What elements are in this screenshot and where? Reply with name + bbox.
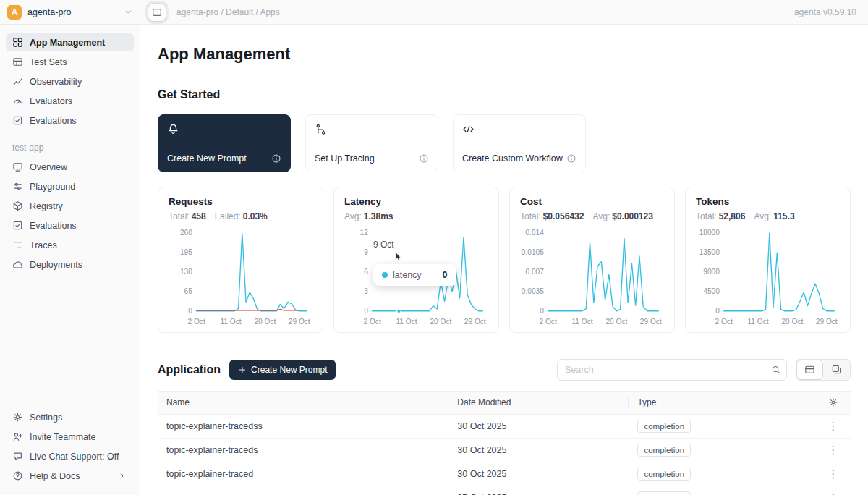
app-name[interactable]: topic-explainer-traced <box>158 469 448 479</box>
column-header-date-modified[interactable]: Date Modified <box>448 397 629 408</box>
row-actions[interactable]: ⋮ <box>816 491 851 495</box>
requests-chart[interactable]: 0651301952602 Oct11 Oct20 Oct29 Oct <box>169 224 312 329</box>
sidebar-item-deployments[interactable]: Deployments <box>6 255 134 274</box>
row-actions[interactable]: ⋮ <box>816 444 851 457</box>
workspace-avatar: A <box>7 5 22 20</box>
sidebar-item-live-chat-support[interactable]: Live Chat Support: Off <box>6 447 134 465</box>
sidebar-item-observability[interactable]: Observability <box>6 72 134 90</box>
svg-text:29 Oct: 29 Oct <box>464 318 486 326</box>
monitor-icon <box>12 161 23 172</box>
column-settings[interactable] <box>816 397 851 407</box>
info-icon[interactable] <box>419 153 429 164</box>
sidebar-item-settings[interactable]: Settings <box>6 408 134 426</box>
panel-left-icon <box>152 7 162 17</box>
sidebar-item-playground[interactable]: Playground <box>6 177 134 195</box>
info-icon[interactable] <box>271 153 281 164</box>
sidebar-item-help-docs[interactable]: Help & Docs <box>6 467 134 485</box>
card-label: Create Custom Workflow <box>462 153 563 164</box>
svg-text:2 Oct: 2 Oct <box>188 318 205 326</box>
svg-text:9: 9 <box>364 248 368 256</box>
sidebar-item-app-management[interactable]: App Management <box>6 33 134 51</box>
svg-text:11 Oct: 11 Oct <box>220 318 241 326</box>
svg-text:20 Oct: 20 Oct <box>605 318 627 326</box>
sidebar-item-test-sets[interactable]: Test Sets <box>6 53 134 71</box>
info-icon[interactable] <box>566 153 576 164</box>
card-view-button[interactable] <box>823 360 850 380</box>
svg-text:4500: 4500 <box>703 287 720 295</box>
workspace-selector[interactable]: A agenta-pro <box>0 5 140 20</box>
sidebar-item-app-evaluations[interactable]: Evaluations <box>6 216 134 234</box>
create-custom-workflow-card[interactable]: Create Custom Workflow <box>453 114 586 172</box>
cost-chart[interactable]: 00.00350.0070.01050.0142 Oct11 Oct20 Oct… <box>520 224 664 329</box>
sidebar-item-invite-teammate[interactable]: Invite Teammate <box>6 428 134 446</box>
svg-text:6: 6 <box>364 268 368 276</box>
tokens-chart[interactable]: 04500900013500180002 Oct11 Oct20 Oct29 O… <box>696 224 840 329</box>
kebab-menu-icon[interactable]: ⋮ <box>828 468 839 481</box>
sidebar-item-registry[interactable]: Registry <box>6 197 134 215</box>
plus-icon <box>238 365 247 374</box>
gauge-icon <box>12 96 23 106</box>
search-button[interactable] <box>765 360 786 380</box>
sidebar-item-label: Invite Teammate <box>30 432 95 442</box>
app-root: A agenta-pro agenta-pro / Default / Apps… <box>0 0 868 495</box>
column-header-type[interactable]: Type <box>629 397 816 407</box>
code-icon <box>462 123 475 135</box>
sidebar-item-label: Test Sets <box>30 57 67 67</box>
latency-chart[interactable]: 0369122 Oct11 Oct20 Oct29 Oct <box>344 224 488 329</box>
set-up-tracing-card[interactable]: Set Up Tracing <box>305 114 438 172</box>
app-name[interactable]: topic-explainer-traceds <box>158 445 448 455</box>
table-row[interactable]: topic-explainer-traced 30 Oct 2025 compl… <box>158 462 851 486</box>
search-icon <box>771 365 781 375</box>
stat: Total:458 <box>169 211 206 221</box>
table-icon <box>12 56 23 67</box>
type-cell: completion <box>629 420 816 433</box>
workspace-name: agenta-pro <box>27 7 71 17</box>
kebab-menu-icon[interactable]: ⋮ <box>828 444 839 457</box>
svg-text:29 Oct: 29 Oct <box>289 318 310 326</box>
svg-text:2 Oct: 2 Oct <box>540 318 557 326</box>
app-name[interactable]: topic-explainer-tracedss <box>158 421 448 431</box>
create-new-prompt-button[interactable]: Create New Prompt <box>229 360 336 380</box>
sidebar-item-label: Registry <box>30 201 63 211</box>
table-view-button[interactable] <box>796 360 823 380</box>
stat: Total:$0.056432 <box>520 211 584 221</box>
search-input[interactable] <box>558 365 765 375</box>
sidebar-item-evaluators[interactable]: Evaluators <box>6 92 134 110</box>
sidebar-section-label: test-app <box>12 143 127 153</box>
metric-title: Latency <box>344 196 488 207</box>
metric-stats: Avg:1.38ms <box>344 211 488 221</box>
applications-table: Name Date Modified Type topic-explainer-… <box>158 391 851 495</box>
svg-text:0.007: 0.007 <box>526 268 545 276</box>
application-heading: Application <box>158 363 221 376</box>
svg-text:0: 0 <box>540 307 544 315</box>
sidebar-item-overview[interactable]: Overview <box>6 158 134 176</box>
sidebar-item-label: App Management <box>30 38 105 48</box>
chevron-right-icon <box>116 472 127 481</box>
line-chart-icon <box>12 76 23 87</box>
type-badge: completion <box>637 491 691 495</box>
type-cell: completion <box>629 491 816 495</box>
get-started-heading: Get Started <box>158 88 851 101</box>
breadcrumb[interactable]: agenta-pro / Default / Apps <box>176 7 280 17</box>
svg-text:11 Oct: 11 Oct <box>396 318 417 326</box>
svg-text:20 Oct: 20 Oct <box>781 318 803 326</box>
sidebar-collapse-button[interactable] <box>148 3 166 22</box>
type-cell: completion <box>629 468 816 481</box>
sidebar-item-evaluations[interactable]: Evaluations <box>6 111 134 130</box>
create-new-prompt-card[interactable]: Create New Prompt <box>158 114 291 172</box>
svg-text:20 Oct: 20 Oct <box>430 318 451 326</box>
table-row[interactable]: career-assessment 27 Oct 2025 completion… <box>158 486 851 495</box>
kebab-menu-icon[interactable]: ⋮ <box>828 420 839 433</box>
sidebar-item-traces[interactable]: Traces <box>6 236 134 254</box>
date-modified: 30 Oct 2025 <box>448 469 629 479</box>
row-actions[interactable]: ⋮ <box>816 420 851 433</box>
row-actions[interactable]: ⋮ <box>816 468 851 481</box>
page-title: App Management <box>158 43 851 65</box>
table-row[interactable]: topic-explainer-traceds 30 Oct 2025 comp… <box>158 439 851 462</box>
type-badge: completion <box>637 468 691 481</box>
column-header-name[interactable]: Name <box>158 397 448 408</box>
kebab-menu-icon[interactable]: ⋮ <box>828 491 839 495</box>
list-tree-icon <box>12 240 23 250</box>
table-row[interactable]: topic-explainer-tracedss 30 Oct 2025 com… <box>158 415 851 439</box>
svg-text:0: 0 <box>188 307 192 315</box>
